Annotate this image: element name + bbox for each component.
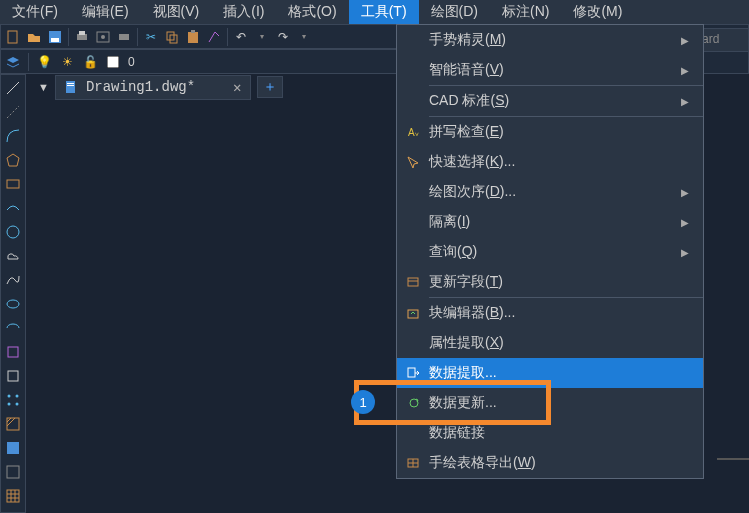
document-tab[interactable]: Drawing1.dwg* ✕ — [55, 75, 251, 100]
menu-item-label: 属性提取(X) — [429, 334, 689, 352]
tab-close-icon[interactable]: ✕ — [233, 79, 241, 96]
arc2-icon[interactable] — [4, 199, 22, 217]
svg-rect-29 — [7, 466, 19, 478]
copy-icon[interactable] — [162, 27, 182, 47]
menu-修改[interactable]: 修改(M) — [561, 0, 634, 24]
menu-item-label: 数据更新... — [429, 394, 689, 412]
print-icon[interactable] — [72, 27, 92, 47]
tab-chevron-icon[interactable]: ▼ — [38, 81, 49, 93]
block2-icon[interactable] — [4, 367, 22, 385]
step-badge: 1 — [351, 390, 375, 414]
menu-item-CAD 标准[interactable]: CAD 标准(S)▶ — [397, 86, 703, 116]
menu-item-查询[interactable]: 查询(Q)▶ — [397, 237, 703, 267]
bulb-icon[interactable]: 💡 — [34, 52, 54, 72]
menu-item-隔离[interactable]: 隔离(I)▶ — [397, 207, 703, 237]
menu-item-块编辑器[interactable]: 块编辑器(B)... — [397, 298, 703, 328]
undo-dropdown-icon[interactable]: ▾ — [252, 27, 272, 47]
menu-item-label: 查询(Q) — [429, 243, 681, 261]
menu-绘图[interactable]: 绘图(D) — [419, 0, 490, 24]
field-icon — [397, 275, 429, 289]
polygon-icon[interactable] — [4, 151, 22, 169]
cut-icon[interactable]: ✂ — [141, 27, 161, 47]
block-icon[interactable] — [4, 343, 22, 361]
gradient-icon[interactable] — [4, 439, 22, 457]
menu-item-更新字段[interactable]: 更新字段(T) — [397, 267, 703, 297]
menu-item-label: 快速选择(K)... — [429, 153, 689, 171]
svg-rect-16 — [7, 180, 19, 188]
region-icon[interactable] — [4, 463, 22, 481]
svg-rect-19 — [8, 347, 18, 357]
point-icon[interactable] — [4, 391, 22, 409]
svg-rect-7 — [119, 34, 129, 40]
ellipse-arc-icon[interactable] — [4, 319, 22, 337]
right-line — [717, 458, 749, 460]
svg-rect-30 — [7, 490, 19, 502]
submenu-arrow-icon: ▶ — [681, 217, 689, 228]
paste-icon[interactable] — [183, 27, 203, 47]
draw-toolbar — [0, 74, 26, 513]
svg-rect-35 — [66, 81, 75, 93]
menu-item-数据更新[interactable]: 数据更新... — [397, 388, 703, 418]
menu-文件[interactable]: 文件(F) — [0, 0, 70, 24]
sun-icon[interactable]: ☀ — [57, 52, 77, 72]
menu-item-数据提取[interactable]: 数据提取... — [397, 358, 703, 388]
ellipse-icon[interactable] — [4, 295, 22, 313]
svg-line-27 — [7, 418, 15, 426]
svg-point-23 — [8, 403, 11, 406]
hatch-icon[interactable] — [4, 415, 22, 433]
arc-icon[interactable] — [4, 127, 22, 145]
menu-item-手绘表格导出[interactable]: 手绘表格导出(W) — [397, 448, 703, 478]
menu-item-数据链接[interactable]: 数据链接 — [397, 418, 703, 448]
menu-格式[interactable]: 格式(O) — [276, 0, 348, 24]
submenu-arrow-icon: ▶ — [681, 187, 689, 198]
ray-icon[interactable] — [4, 103, 22, 121]
svg-rect-11 — [191, 30, 195, 33]
svg-rect-0 — [8, 31, 17, 43]
menu-item-绘图次序[interactable]: 绘图次序(D)...▶ — [397, 177, 703, 207]
svg-rect-28 — [7, 442, 19, 454]
save-icon[interactable] — [45, 27, 65, 47]
menu-item-label: 智能语音(V) — [429, 61, 681, 79]
svg-rect-20 — [8, 371, 18, 381]
preview-icon[interactable] — [93, 27, 113, 47]
menu-插入[interactable]: 插入(I) — [211, 0, 276, 24]
rect-icon[interactable] — [4, 175, 22, 193]
menu-item-手势精灵[interactable]: 手势精灵(M)▶ — [397, 25, 703, 55]
menu-item-label: 绘图次序(D)... — [429, 183, 681, 201]
menu-item-快速选择[interactable]: 快速选择(K)... — [397, 147, 703, 177]
open-icon[interactable] — [24, 27, 44, 47]
tab-add-button[interactable]: ＋ — [257, 76, 283, 98]
lock-icon[interactable]: 🔓 — [80, 52, 100, 72]
menu-item-智能语音[interactable]: 智能语音(V)▶ — [397, 55, 703, 85]
menu-item-label: 数据提取... — [429, 364, 689, 382]
table-icon[interactable] — [4, 487, 22, 505]
color-swatch-icon[interactable] — [103, 52, 123, 72]
layer-icon[interactable] — [3, 52, 23, 72]
svg-marker-15 — [7, 154, 19, 166]
svg-point-22 — [16, 395, 19, 398]
menu-工具[interactable]: 工具(T) — [349, 0, 419, 24]
new-icon[interactable] — [3, 27, 23, 47]
file-icon — [64, 80, 78, 94]
menu-标注[interactable]: 标注(N) — [490, 0, 561, 24]
cloud-icon[interactable] — [4, 247, 22, 265]
svg-point-18 — [7, 300, 19, 308]
publish-icon[interactable] — [114, 27, 134, 47]
redo-dropdown-icon[interactable]: ▾ — [294, 27, 314, 47]
svg-rect-10 — [188, 32, 198, 43]
menu-编辑[interactable]: 编辑(E) — [70, 0, 141, 24]
match-icon[interactable] — [204, 27, 224, 47]
svg-point-6 — [101, 35, 105, 39]
menu-item-属性提取[interactable]: 属性提取(X) — [397, 328, 703, 358]
menu-item-label: 拼写检查(E) — [429, 123, 689, 141]
svg-rect-39 — [408, 278, 418, 286]
menu-item-拼写检查[interactable]: Aᵥ拼写检查(E) — [397, 117, 703, 147]
line-icon[interactable] — [4, 79, 22, 97]
circle-icon[interactable] — [4, 223, 22, 241]
undo-icon[interactable]: ↶ — [231, 27, 251, 47]
menubar: 文件(F)编辑(E)视图(V)插入(I)格式(O)工具(T)绘图(D)标注(N)… — [0, 0, 749, 24]
spline-icon[interactable] — [4, 271, 22, 289]
menu-视图[interactable]: 视图(V) — [141, 0, 212, 24]
redo-icon[interactable]: ↷ — [273, 27, 293, 47]
tools-menu: 手势精灵(M)▶智能语音(V)▶CAD 标准(S)▶Aᵥ拼写检查(E)快速选择(… — [396, 24, 704, 479]
